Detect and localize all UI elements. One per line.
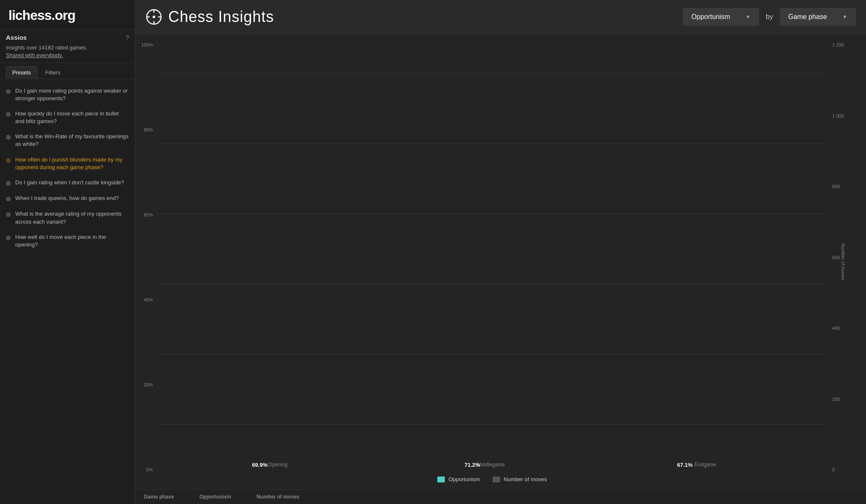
metric-chevron-icon: ▼ — [745, 14, 751, 20]
y-axis-right: 1 200 1 000 800 600 400 200 0 Number of … — [828, 38, 849, 485]
tab-presets[interactable]: Presets — [6, 66, 37, 79]
svg-point-1 — [153, 16, 155, 18]
preset-text-rating-opponents: Do I gain more rating points against wea… — [15, 87, 129, 102]
y-right-1200: 1 200 — [832, 42, 849, 47]
legend-label-opportunism: Opportunism — [448, 476, 480, 482]
chart-wrapper: 100%80%60%40%20%0% 69.9% — [140, 38, 849, 485]
preset-item-castle-kingside[interactable]: ◎Do I gain rating when I don't castle ki… — [2, 175, 133, 191]
preset-item-move-pieces-opening[interactable]: ◎How well do I move each piece in the op… — [2, 230, 133, 252]
chart-inner: 69.9% 71.2% — [156, 38, 828, 485]
preset-icon-castle-kingside: ◎ — [6, 179, 13, 187]
tab-bar: Presets Filters — [0, 63, 135, 79]
x-label-endgame: Endgame — [694, 462, 716, 472]
y-right-800: 800 — [832, 184, 849, 189]
preset-text-move-pieces-opening: How well do I move each piece in the ope… — [15, 233, 129, 249]
y-right-200: 200 — [832, 397, 849, 402]
y-left-label-4: 20% — [140, 382, 153, 387]
user-section: Assios ? Insights over 14182 rated games… — [0, 29, 135, 63]
legend-swatch-moves — [493, 477, 500, 482]
username: Assios — [6, 34, 27, 41]
bottom-col-opportunism: Opportunism — [199, 494, 231, 500]
bottom-col-phase: Game phase — [144, 494, 174, 500]
y-right-0: 0 — [832, 467, 849, 472]
preset-text-punish-blunders: How often do I punish blunders made by m… — [15, 156, 129, 171]
preset-item-punish-blunders[interactable]: ◎How often do I punish blunders made by … — [2, 152, 133, 175]
legend-swatch-opportunism — [437, 477, 445, 482]
preset-text-move-speed: How quickly do I move each piece in bull… — [15, 110, 129, 125]
legend-item-moves: Number of moves — [493, 476, 547, 482]
logo[interactable]: lichess.org — [0, 0, 135, 29]
y-left-label-1: 80% — [140, 127, 153, 132]
y-right-1000: 1 000 — [832, 113, 849, 118]
preset-item-avg-rating[interactable]: ◎What is the average rating of my oppone… — [2, 206, 133, 229]
main-content: Chess Insights Opportunism ▼ by Game pha… — [135, 0, 866, 504]
preset-text-win-rate-openings: What is the Win-Rate of my favourite ope… — [15, 133, 129, 148]
preset-icon-avg-rating: ◎ — [6, 211, 13, 218]
user-header: Assios ? — [6, 34, 129, 41]
preset-text-avg-rating: What is the average rating of my opponen… — [15, 210, 129, 225]
preset-icon-rating-opponents: ◎ — [6, 88, 13, 95]
legend: Opportunism Number of moves — [156, 472, 828, 485]
y-left-label-3: 40% — [140, 297, 153, 302]
y-left-label-0: 100% — [140, 42, 153, 47]
bar-label-endgame-teal: 67.1% — [677, 462, 693, 468]
preset-icon-move-pieces-opening: ◎ — [6, 234, 13, 241]
chart-container: 100%80%60%40%20%0% 69.9% — [135, 34, 866, 489]
preset-item-move-speed[interactable]: ◎How quickly do I move each piece in bul… — [2, 106, 133, 129]
by-label: by — [766, 13, 773, 21]
insights-icon — [145, 8, 162, 25]
preset-icon-win-rate-openings: ◎ — [6, 133, 13, 141]
preset-item-trade-queens[interactable]: ◎When I trade queens, how do games end? — [2, 191, 133, 206]
x-label-middlegame: Middlegame — [477, 462, 504, 472]
presets-list: ◎Do I gain more rating points against we… — [0, 79, 135, 504]
preset-text-castle-kingside: Do I gain rating when I don't castle kin… — [15, 179, 124, 186]
tab-filters[interactable]: Filters — [39, 66, 66, 79]
metric-dropdown[interactable]: Opportunism ▼ — [683, 8, 759, 26]
preset-item-rating-opponents[interactable]: ◎Do I gain more rating points against we… — [2, 83, 133, 106]
preset-item-win-rate-openings[interactable]: ◎What is the Win-Rate of my favourite op… — [2, 129, 133, 152]
page-title: Chess Insights — [168, 8, 274, 26]
preset-icon-punish-blunders: ◎ — [6, 156, 13, 164]
metric-label: Opportunism — [691, 13, 730, 21]
bottom-col-moves: Number of moves — [257, 494, 299, 500]
y-left-label-5: 0% — [140, 467, 153, 472]
y-left-label-2: 60% — [140, 212, 153, 217]
x-label-opening: Opening — [268, 462, 287, 472]
preset-icon-move-speed: ◎ — [6, 110, 13, 118]
sidebar: lichess.org Assios ? Insights over 14182… — [0, 0, 135, 504]
legend-label-moves: Number of moves — [504, 476, 547, 482]
dimension-dropdown[interactable]: Game phase ▼ — [780, 8, 856, 26]
legend-item-opportunism: Opportunism — [437, 476, 480, 482]
help-icon[interactable]: ? — [126, 34, 129, 41]
insights-text: Insights over 14182 rated games. — [6, 44, 129, 52]
preset-icon-trade-queens: ◎ — [6, 195, 13, 203]
y-right-400: 400 — [832, 326, 849, 331]
bar-label-opening-teal: 69.9% — [252, 462, 268, 468]
grid-and-bars: 69.9% 71.2% — [156, 38, 828, 459]
main-header: Chess Insights Opportunism ▼ by Game pha… — [135, 0, 866, 34]
preset-text-trade-queens: When I trade queens, how do games end? — [15, 194, 119, 202]
bottom-bar: Game phase Opportunism Number of moves — [135, 489, 866, 504]
bar-label-middlegame-teal: 71.2% — [465, 462, 480, 468]
header-controls: Opportunism ▼ by Game phase ▼ — [683, 8, 856, 26]
bars-area: 69.9% 71.2% — [156, 38, 828, 459]
dimension-chevron-icon: ▼ — [842, 14, 847, 20]
shared-link[interactable]: Shared with everybody. — [6, 52, 63, 58]
header-title-group: Chess Insights — [145, 8, 674, 26]
y-axis-left: 100%80%60%40%20%0% — [140, 38, 156, 485]
dimension-label: Game phase — [788, 13, 827, 21]
right-axis-label: Number of moves — [841, 243, 846, 280]
